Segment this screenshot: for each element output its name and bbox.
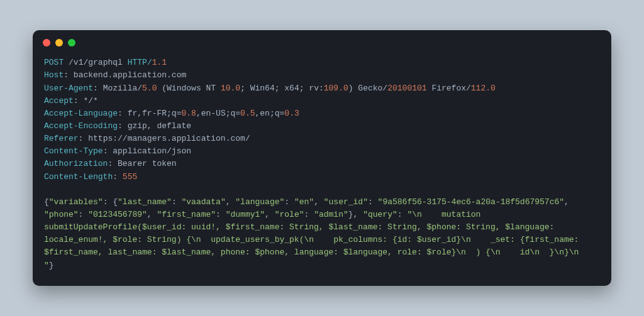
- header-name: Host: [44, 70, 64, 80]
- header-value: */*: [83, 96, 97, 106]
- http-version: 1.1: [152, 58, 167, 67]
- header-value: application/json: [113, 146, 191, 156]
- header-name: Accept: [44, 96, 74, 106]
- close-icon[interactable]: [43, 39, 50, 46]
- header-name: Content-Length: [44, 172, 113, 182]
- header-name: Authorization: [44, 159, 108, 168]
- code-block: POST /v1/graphql HTTP/1.1 Host: backend.…: [33, 50, 611, 285]
- header-value: backend.application.com: [74, 70, 186, 80]
- header-value: gzip, deflate: [128, 121, 191, 131]
- window-titlebar: [33, 30, 611, 50]
- http-method: POST: [44, 58, 64, 67]
- minimize-icon[interactable]: [55, 39, 63, 46]
- http-protocol: HTTP/: [128, 58, 152, 67]
- header-value: 555: [123, 172, 137, 182]
- http-path: /v1/graphql: [69, 58, 123, 67]
- header-name: User-Agent: [44, 84, 93, 93]
- header-name: Referer: [44, 134, 79, 143]
- header-value: https://managers.application.com/: [88, 134, 250, 143]
- header-name: Accept-Encoding: [44, 121, 118, 131]
- header-name: Content-Type: [44, 146, 103, 156]
- header-value: Bearer token: [118, 159, 177, 168]
- header-name: Accept-Language: [44, 109, 118, 118]
- maximize-icon[interactable]: [68, 39, 75, 46]
- terminal-window: POST /v1/graphql HTTP/1.1 Host: backend.…: [33, 30, 611, 285]
- header-value: Mozilla/: [103, 84, 142, 93]
